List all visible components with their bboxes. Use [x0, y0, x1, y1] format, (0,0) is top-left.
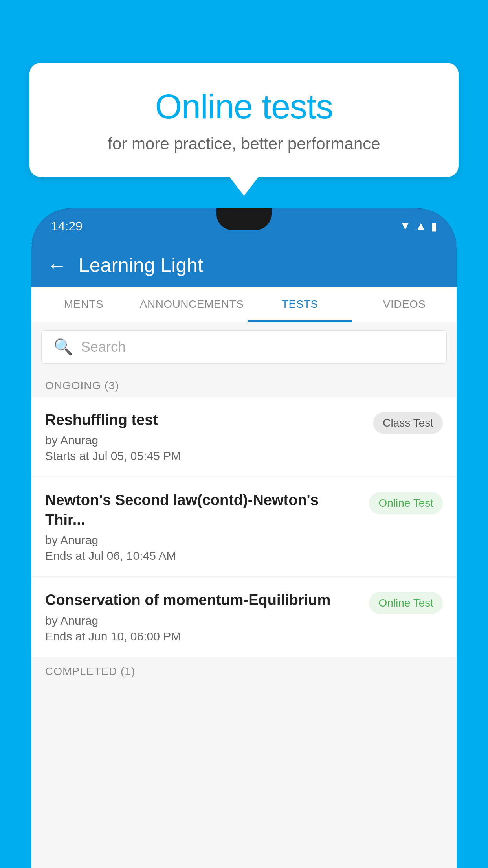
search-placeholder: Search: [81, 339, 126, 355]
completed-section-label: COMPLETED (1): [31, 657, 457, 682]
ongoing-section-label: ONGOING (3): [31, 371, 457, 397]
test-info-1: Reshuffling test by Anurag Starts at Jul…: [45, 410, 373, 463]
wifi-icon: ▼: [400, 220, 411, 232]
test-list: Reshuffling test by Anurag Starts at Jul…: [31, 397, 457, 657]
test-info-3: Conservation of momentum-Equilibrium by …: [45, 590, 369, 643]
test-info-2: Newton's Second law(contd)-Newton's Thir…: [45, 491, 369, 563]
test-name-3: Conservation of momentum-Equilibrium: [45, 590, 361, 610]
test-badge-1: Class Test: [373, 412, 443, 434]
test-badge-2: Online Test: [369, 492, 443, 514]
test-date-3: Ends at Jun 10, 06:00 PM: [45, 630, 361, 643]
test-item[interactable]: Reshuffling test by Anurag Starts at Jul…: [31, 397, 457, 477]
tab-announcements[interactable]: ANNOUNCEMENTS: [136, 287, 248, 322]
app-header: ← Learning Light: [31, 244, 457, 287]
test-author-1: by Anurag: [45, 434, 365, 447]
battery-icon: ▮: [431, 220, 437, 233]
tab-videos[interactable]: VIDEOS: [352, 287, 457, 322]
test-author-2: by Anurag: [45, 533, 361, 547]
test-badge-3: Online Test: [369, 592, 443, 614]
test-item[interactable]: Conservation of momentum-Equilibrium by …: [31, 577, 457, 657]
test-date-1: Starts at Jul 05, 05:45 PM: [45, 449, 365, 463]
test-date-2: Ends at Jul 06, 10:45 AM: [45, 549, 361, 563]
bubble-title: Online tests: [61, 86, 427, 127]
back-button[interactable]: ←: [47, 254, 67, 277]
phone-notch: [216, 208, 272, 230]
tabs-bar: MENTS ANNOUNCEMENTS TESTS VIDEOS: [31, 287, 457, 322]
test-name-2: Newton's Second law(contd)-Newton's Thir…: [45, 491, 361, 530]
app-screen: ← Learning Light MENTS ANNOUNCEMENTS TES…: [31, 244, 457, 868]
status-bar: 14:29 ▼ ▲ ▮: [31, 208, 457, 244]
test-item[interactable]: Newton's Second law(contd)-Newton's Thir…: [31, 477, 457, 577]
search-bar[interactable]: 🔍 Search: [41, 330, 447, 364]
speech-bubble: Online tests for more practice, better p…: [29, 63, 459, 177]
signal-icon: ▲: [415, 220, 426, 232]
status-time: 14:29: [51, 219, 83, 234]
test-name-1: Reshuffling test: [45, 410, 365, 430]
search-icon: 🔍: [53, 338, 73, 356]
tab-ments[interactable]: MENTS: [31, 287, 136, 322]
tab-tests[interactable]: TESTS: [248, 287, 352, 322]
status-icons: ▼ ▲ ▮: [400, 220, 437, 233]
bubble-subtitle: for more practice, better performance: [61, 134, 427, 153]
app-title: Learning Light: [79, 254, 203, 277]
phone-frame: 14:29 ▼ ▲ ▮ ← Learning Light MENTS ANNOU…: [31, 208, 457, 868]
test-author-3: by Anurag: [45, 614, 361, 627]
